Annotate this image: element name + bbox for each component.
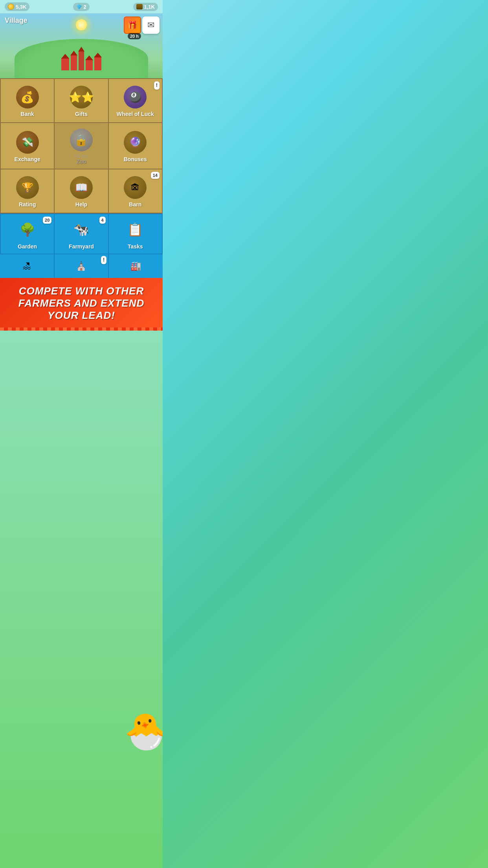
building-1 xyxy=(61,58,69,70)
barn-label: Barn xyxy=(129,201,141,208)
mail-button[interactable]: ✉ xyxy=(142,17,160,34)
bottom-cell-garden[interactable]: 20 🌳 Garden xyxy=(1,214,54,254)
bottom-cell-lake[interactable]: 🏖 xyxy=(0,254,54,278)
barrels-value: 1,1K xyxy=(144,4,155,10)
village-hill xyxy=(15,39,148,78)
rating-label: Rating xyxy=(19,201,36,208)
barn-badge: 14 xyxy=(151,172,160,179)
diamond-icon xyxy=(76,4,82,9)
church-badge: ! xyxy=(101,256,106,264)
lake-icon: 🏖 xyxy=(22,261,31,271)
main-grid-container: 💰 Bank ⭐⭐ Gifts ! 🎱 Wheel of Luck xyxy=(0,78,163,213)
promo-banner: COMPETE WITH OTHER FARMERS AND EXTEND YO… xyxy=(0,278,163,331)
barrel-icon xyxy=(136,4,143,9)
building-2 xyxy=(71,55,77,70)
barn-icon: 🏚 xyxy=(124,176,147,199)
bottom-cell-factory[interactable]: 🏭 xyxy=(109,254,163,278)
grid-cell-barn[interactable]: 14 🏚 Barn xyxy=(109,169,162,213)
grid-cell-rating[interactable]: 🏆 Rating xyxy=(1,169,54,213)
grid-cell-bank[interactable]: 💰 Bank xyxy=(1,79,54,122)
exchange-label: Exchange xyxy=(15,156,40,162)
sun-decoration xyxy=(76,19,87,30)
barrels-display: 1,1K xyxy=(133,3,158,11)
grid-cell-wheel[interactable]: ! 🎱 Wheel of Luck xyxy=(109,79,162,122)
bonuses-icon: 🔮 xyxy=(124,131,147,154)
gifts-label: Gifts xyxy=(75,111,88,117)
grid-cell-zoo[interactable]: 🔒 (40 lvl.) Zoo xyxy=(55,123,108,169)
promo-line1: COMPETE WITH OTHER xyxy=(19,285,144,297)
building-tower xyxy=(79,51,84,70)
bottom-section: 20 🌳 Garden 4 🐄 Farmyard 📋 Tasks 🏖 xyxy=(0,213,163,278)
promo-line3: YOUR LEAD! xyxy=(48,309,115,321)
grid-cell-gifts[interactable]: ⭐⭐ Gifts xyxy=(55,79,108,122)
gift-icon: 🎁 xyxy=(128,20,138,30)
promo-line2: FARMERS AND EXTEND xyxy=(18,297,144,309)
farmyard-label: Farmyard xyxy=(69,243,94,250)
exchange-icon: 💸 xyxy=(16,131,39,154)
rating-icon: 🏆 xyxy=(16,176,39,199)
promo-text: COMPETE WITH OTHER FARMERS AND EXTEND YO… xyxy=(8,285,155,322)
wheel-icon: 🎱 xyxy=(124,86,147,108)
chick-character: 🐣 xyxy=(121,711,163,762)
grid-cell-bonuses[interactable]: 🔮 Bonuses xyxy=(109,123,162,169)
coin-icon xyxy=(8,4,14,10)
tasks-label: Tasks xyxy=(128,243,143,250)
village-label: Village xyxy=(5,17,28,25)
bottom-grid: 20 🌳 Garden 4 🐄 Farmyard 📋 Tasks xyxy=(0,213,163,254)
farmyard-badge: 4 xyxy=(99,217,106,224)
help-icon: 📖 xyxy=(70,176,93,199)
status-bar: 5,3K 2 1,1K xyxy=(0,0,163,13)
zoo-sublabel: (40 lvl.) xyxy=(74,154,88,158)
coins-display: 5,3K xyxy=(5,2,29,11)
bottom-cell-church[interactable]: ! ⛪ xyxy=(55,254,108,278)
coins-value: 5,3K xyxy=(16,4,26,10)
timer-badge: 20 h xyxy=(128,33,141,39)
village-header: Village xyxy=(0,13,163,78)
zoo-label: Zoo xyxy=(76,158,86,165)
wheel-label: Wheel of Luck xyxy=(117,111,154,117)
gifts-icon: ⭐⭐ xyxy=(70,86,93,108)
main-grid: 💰 Bank ⭐⭐ Gifts ! 🎱 Wheel of Luck xyxy=(0,78,163,213)
diamonds-display: 2 xyxy=(73,3,89,11)
bottom-cell-farmyard[interactable]: 4 🐄 Farmyard xyxy=(55,214,108,254)
grid-cell-exchange[interactable]: 💸 Exchange xyxy=(1,123,54,169)
diamonds-value: 2 xyxy=(83,4,86,10)
gift-box[interactable]: 🎁 xyxy=(124,17,141,34)
wheel-badge: ! xyxy=(154,81,160,90)
garden-icon: 🌳 xyxy=(16,218,39,241)
bonuses-label: Bonuses xyxy=(124,156,147,162)
bank-icon: 💰 xyxy=(16,86,39,108)
zoo-icon: 🔒 xyxy=(70,129,93,151)
mail-icon: ✉ xyxy=(147,20,154,30)
village-buildings xyxy=(61,51,101,70)
bottom-cell-tasks[interactable]: 📋 Tasks xyxy=(109,214,162,254)
garden-label: Garden xyxy=(18,243,37,250)
grid-cell-help[interactable]: 📖 Help xyxy=(55,169,108,213)
bank-label: Bank xyxy=(21,111,34,117)
factory-icon: 🏭 xyxy=(130,261,141,271)
help-label: Help xyxy=(75,201,87,208)
tasks-icon: 📋 xyxy=(124,218,147,241)
building-3 xyxy=(86,59,93,70)
building-4 xyxy=(94,57,101,70)
bottom-row2: 🏖 ! ⛪ 🏭 xyxy=(0,254,163,278)
garden-badge: 20 xyxy=(43,217,51,224)
church-icon: ⛪ xyxy=(76,261,86,271)
farmyard-icon: 🐄 xyxy=(70,218,93,241)
